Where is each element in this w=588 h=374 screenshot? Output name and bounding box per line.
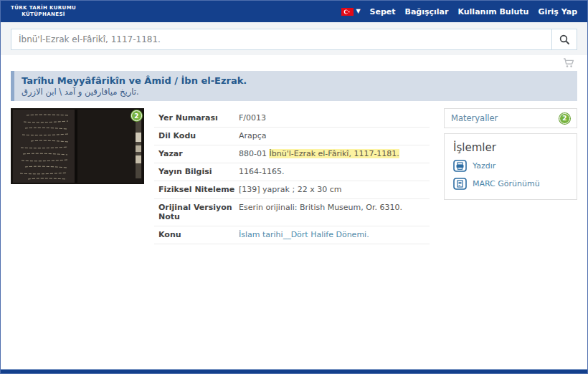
top-navigation-bar: TÜRK TARİH KURUMU KÜTÜPHANESİ ▼ SepetBağ…	[1, 1, 587, 22]
field-value: [139] yaprak ; 22 x 30 cm	[239, 185, 341, 194]
actions-title: İşlemler	[453, 141, 568, 154]
marc-document-icon	[453, 178, 467, 190]
field-value: F/0013	[239, 113, 266, 123]
action-label: Yazdır	[473, 161, 495, 171]
chevron-down-icon: ▼	[356, 9, 360, 14]
bottom-bar	[1, 369, 587, 373]
library-catalog-page: TÜRK TARİH KURUMU KÜTÜPHANESİ ▼ SepetBağ…	[0, 0, 588, 374]
action-marc-view[interactable]: MARC Görünümü	[453, 178, 568, 190]
logo-line1: TÜRK TARİH KURUMU	[11, 5, 76, 11]
field-label: Yayın Bilgisi	[158, 167, 239, 176]
right-sidebar: Materyaller 2 İşlemler YazdırMARC Görünü…	[444, 108, 577, 200]
logo-line2: KÜTÜPHANESİ	[11, 11, 76, 18]
search-button[interactable]	[551, 29, 577, 50]
subject-link[interactable]: İslam tarihi__Dört Halife Dönemi.	[239, 230, 369, 239]
field-label: Fiziksel Niteleme	[158, 185, 239, 194]
cart-icon[interactable]	[563, 58, 574, 68]
actions-box: İşlemler YazdırMARC Görünümü	[444, 133, 577, 200]
turkish-flag-icon	[341, 8, 354, 16]
field-label: Orijinal Versiyon Notu	[158, 203, 239, 221]
materials-box[interactable]: Materyaller 2	[444, 108, 577, 128]
field-value: Eserin orijinali: British Museum, Or. 63…	[239, 203, 402, 221]
cart-row	[1, 55, 587, 71]
detail-row: Dil KoduArapça	[154, 128, 430, 145]
detail-row: Yayın Bilgisi1164-1165.	[154, 163, 430, 181]
detail-row: Konuİslam tarihi__Dört Halife Dönemi.	[154, 226, 430, 244]
actions-list: YazdırMARC Görünümü	[453, 160, 568, 190]
search-input[interactable]	[11, 29, 551, 50]
cover-count-badge: 2	[131, 110, 142, 121]
top-nav-links: ▼ SepetBağışçılarKullanım BulutuGiriş Ya…	[341, 7, 577, 16]
action-label: MARC Görünümü	[473, 179, 540, 188]
nav-item-bagiscilar[interactable]: Bağışçılar	[405, 7, 449, 16]
search-icon	[559, 34, 570, 45]
search-section	[1, 22, 587, 55]
printer-icon	[453, 160, 467, 172]
nav-item-kullanim-bulutu[interactable]: Kullanım Bulutu	[457, 7, 528, 16]
field-label: Yazar	[158, 149, 239, 158]
detail-row: Fiziksel Niteleme[139] yaprak ; 22 x 30 …	[154, 181, 430, 199]
action-print[interactable]: Yazdır	[453, 160, 568, 172]
detail-row: Yazar880-01 İbnü'l-Ezrak el-Fârikî, 1117…	[154, 145, 430, 163]
field-value: Arapça	[239, 131, 267, 140]
field-label: Konu	[158, 230, 239, 239]
materials-label: Materyaller	[451, 113, 498, 123]
field-label: Yer Numarası	[158, 113, 239, 123]
nav-item-giris-yap[interactable]: Giriş Yap	[538, 7, 577, 16]
record-title-bar: Tarîhu Meyyâfârikîn ve Âmid / İbn el-Ezr…	[11, 71, 577, 101]
field-value: 1164-1165.	[239, 167, 284, 176]
field-value: 880-01 İbnü'l-Ezrak el-Fârikî, 1117-1181…	[239, 149, 399, 158]
book-cover-image[interactable]: 2	[11, 108, 144, 184]
detail-row: Yer NumarasıF/0013	[154, 110, 430, 128]
language-selector[interactable]: ▼	[341, 8, 360, 16]
field-label: Dil Kodu	[158, 131, 239, 140]
detail-row: Orijinal Versiyon NotuEserin orijinali: …	[154, 199, 430, 226]
record-detail-area: 2 Yer NumarasıF/0013Dil KoduArapçaYazar8…	[11, 108, 577, 244]
search-term-highlight: İbnü'l-Ezrak el-Fârikî, 1117-1181.	[269, 149, 399, 158]
materials-count-badge: 2	[559, 113, 570, 124]
details-table: Yer NumarasıF/0013Dil KoduArapçaYazar880…	[154, 110, 430, 244]
manuscript-image	[11, 108, 144, 184]
record-title-arabic: تاريخ ميافارقين و آمد \ ابن الازرق.	[22, 87, 570, 97]
nav-item-sepet[interactable]: Sepet	[370, 7, 396, 16]
site-logo[interactable]: TÜRK TARİH KURUMU KÜTÜPHANESİ	[11, 5, 76, 18]
record-title: Tarîhu Meyyâfârikîn ve Âmid / İbn el-Ezr…	[22, 75, 570, 87]
